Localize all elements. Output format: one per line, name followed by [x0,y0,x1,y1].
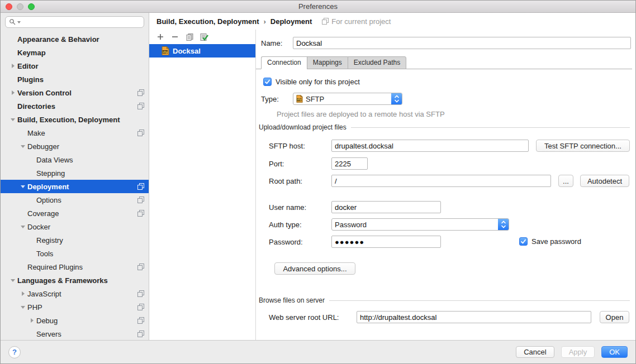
chevron-right-icon[interactable] [27,318,36,323]
svg-text:sftp: sftp [297,98,301,101]
sidebar-item-directories[interactable]: Directories [1,99,149,113]
server-name-label: Docksal [173,47,201,55]
tab-connection[interactable]: Connection [261,56,307,69]
sidebar-item-debug[interactable]: Debug [1,314,149,327]
search-options-caret[interactable] [17,21,21,23]
close-button[interactable] [6,3,12,10]
visible-only-checkbox-row: Visible only for this project [263,78,360,86]
breadcrumb-current: Deployment [270,17,312,26]
sidebar-item-options[interactable]: Options [1,193,149,207]
dropdown-stepper-icon[interactable] [498,219,509,230]
advanced-options-button[interactable]: Advanced options... [274,262,355,275]
upload-section-header: Upload/download project files [259,123,630,131]
sidebar-item-coverage[interactable]: Coverage [1,207,149,220]
sidebar-item-keymap[interactable]: Keymap [1,46,149,59]
chevron-down-icon[interactable] [8,118,17,121]
root-path-field[interactable] [331,175,551,187]
copy-server-button[interactable] [185,32,194,41]
remove-server-button[interactable] [170,32,179,41]
port-field[interactable] [331,157,368,170]
sftp-file-icon: sftp [296,95,303,103]
per-project-icon [137,183,144,190]
save-password-checkbox[interactable] [519,237,528,246]
sidebar-item-deployment[interactable]: Deployment [1,180,149,193]
sftp-host-label: SFTP host: [269,140,305,152]
open-url-button[interactable]: Open [600,311,629,323]
tab-excluded-paths[interactable]: Excluded Paths [348,56,406,69]
type-label: Type: [261,93,279,105]
svg-text:sftp: sftp [163,50,168,54]
visible-only-checkbox[interactable] [263,78,272,86]
dialog-footer: ? Cancel Apply OK [1,340,635,363]
server-list-item-docksal[interactable]: sftp Docksal [149,44,255,58]
title-bar: Preferences [1,1,635,13]
apply-button[interactable]: Apply [561,346,595,358]
root-path-label: Root path: [269,175,302,187]
tab-bar: Connection Mappings Excluded Paths [261,56,406,69]
per-project-icon [137,304,144,310]
password-field[interactable] [331,236,441,248]
test-sftp-connection-button[interactable]: Test SFTP connection... [536,140,630,152]
per-project-icon [137,89,144,96]
tab-mappings[interactable]: Mappings [307,56,348,69]
chevron-down-icon[interactable] [18,145,27,148]
sidebar-item-plugins[interactable]: Plugins [1,73,149,86]
sidebar-item-debugger[interactable]: Debugger [1,140,149,153]
chevron-down-icon[interactable] [18,306,27,309]
search-input[interactable] [23,18,140,26]
chevron-right-icon[interactable] [8,64,17,68]
chevron-right-icon[interactable] [8,90,17,95]
user-name-label: User name: [269,201,306,213]
window-title: Preferences [298,2,338,11]
save-password-checkbox-row: Save password [519,237,581,246]
auth-type-dropdown[interactable]: Password [331,218,509,231]
sidebar-item-editor[interactable]: Editor [1,59,149,73]
sidebar-item-php[interactable]: PHP [1,300,149,314]
help-button[interactable]: ? [8,346,21,358]
per-project-icon [322,18,329,25]
chevron-right-icon[interactable] [18,291,27,296]
sidebar-item-make[interactable]: Make [1,126,149,140]
autodetect-button[interactable]: Autodetect [580,175,629,187]
sidebar-item-registry[interactable]: Registry [1,233,149,247]
browse-root-path-button[interactable]: ... [558,175,573,187]
save-password-label: Save password [531,237,581,246]
sidebar-item-build-execution-deployment[interactable]: Build, Execution, Deployment [1,113,149,126]
chevron-down-icon[interactable] [8,279,17,282]
window-controls [6,3,35,10]
search-box[interactable] [5,16,144,28]
add-server-button[interactable] [156,32,165,41]
per-project-icon [137,290,144,297]
breadcrumb-parent[interactable]: Build, Execution, Deployment [156,17,259,26]
sidebar-item-docker[interactable]: Docker [1,220,149,233]
cancel-button[interactable]: Cancel [516,346,554,358]
type-dropdown[interactable]: sftp SFTP [293,93,402,105]
settings-sidebar: Appearance & Behavior Keymap Editor Plug… [1,13,149,340]
browse-section-header: Browse files on server [259,296,630,304]
user-name-field[interactable] [331,201,441,213]
chevron-down-icon[interactable] [18,226,27,228]
sidebar-item-languages-frameworks[interactable]: Languages & Frameworks [1,274,149,287]
sidebar-item-appearance-behavior[interactable]: Appearance & Behavior [1,32,149,46]
use-as-default-button[interactable] [200,32,208,41]
web-root-field[interactable] [357,311,591,323]
sidebar-item-required-plugins[interactable]: Required Plugins [1,260,149,274]
dropdown-stepper-icon[interactable] [391,93,402,104]
ok-button[interactable]: OK [601,346,628,358]
sidebar-item-data-views[interactable]: Data Views [1,153,149,166]
zoom-button[interactable] [28,3,35,10]
sftp-host-field[interactable] [331,140,529,152]
chevron-down-icon[interactable] [18,185,27,188]
sidebar-item-version-control[interactable]: Version Control [1,86,149,99]
port-label: Port: [269,157,284,170]
sidebar-item-tools[interactable]: Tools [1,247,149,260]
server-list-toolbar [149,30,255,44]
sidebar-item-stepping[interactable]: Stepping [1,166,149,180]
type-value: SFTP [306,95,324,103]
sidebar-item-servers[interactable]: Servers [1,327,149,341]
sidebar-item-javascript[interactable]: JavaScript [1,287,149,300]
breadcrumb-separator: › [259,17,270,26]
breadcrumb: Build, Execution, Deployment › Deploymen… [149,13,635,30]
name-field[interactable] [293,37,631,49]
preferences-window: Preferences Appearance & Behavior Keymap… [0,0,636,364]
